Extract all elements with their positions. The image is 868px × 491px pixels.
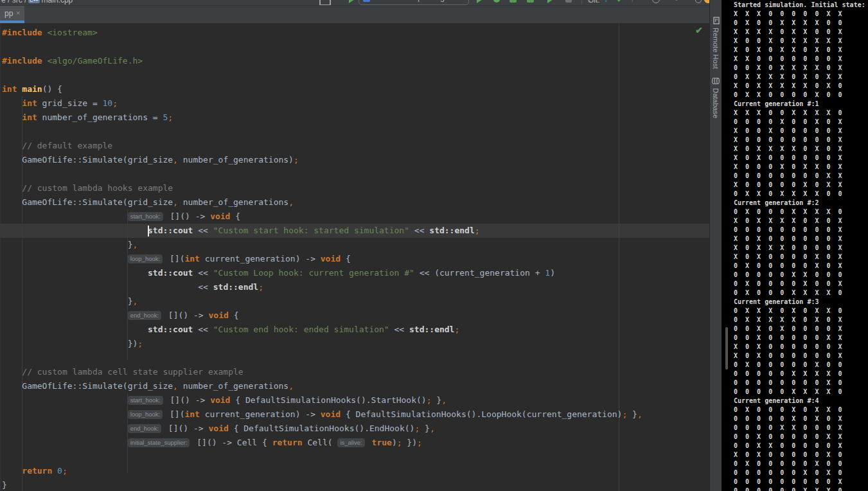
code-token <box>2 424 128 433</box>
code-token <box>2 466 22 476</box>
code-token: grid_size = <box>37 98 103 108</box>
code-token: int <box>2 84 17 94</box>
code-line[interactable] <box>0 167 2 181</box>
history-icon[interactable] <box>652 0 660 3</box>
code-line[interactable]: // custom lambda hooks example <box>0 181 173 195</box>
code-line[interactable]: }, <box>0 294 137 308</box>
code-token <box>2 211 128 221</box>
code-token: main <box>22 84 42 94</box>
code-line[interactable]: // default example <box>0 139 112 153</box>
git-push-icon[interactable]: ↑ <box>630 0 634 4</box>
code-token: std::endl <box>213 282 258 292</box>
code-token: current_generation) -> <box>200 254 321 263</box>
code-line[interactable]: initial_state_supplier: []() -> Cell { r… <box>0 436 422 450</box>
code-token: { DefaultSimulationHooks().StartHook() <box>230 395 426 405</box>
run-with-options-icon[interactable] <box>547 0 553 3</box>
code-line[interactable]: start_hook: []() -> void { DefaultSimula… <box>0 393 447 407</box>
ide-window: e / src /C++main.cpp GameOfLife | Debug … <box>0 0 868 491</box>
debug-button[interactable] <box>493 0 500 3</box>
code-token: number_of_generations) <box>178 155 294 165</box>
cpp-file-icon: C++ <box>28 0 39 3</box>
code-line[interactable]: // custom lambda cell state supplier exa… <box>0 365 244 379</box>
code-line[interactable] <box>0 125 2 139</box>
breadcrumb-file[interactable]: main.cpp <box>42 0 73 4</box>
code-token: ; <box>137 339 143 348</box>
console-panel[interactable]: Started simulation. Initial state: X X X… <box>721 0 868 491</box>
run-button[interactable] <box>477 0 483 3</box>
code-line[interactable]: }, <box>0 238 137 252</box>
run-arrow-icon[interactable] <box>349 0 355 3</box>
code-line[interactable]: int main() { <box>0 82 62 96</box>
code-line[interactable]: }); <box>0 337 143 351</box>
code-token: } <box>627 409 637 419</box>
code-line[interactable]: GameOfLife::Simulate(grid_size, number_o… <box>0 379 294 393</box>
code-line[interactable] <box>0 450 2 464</box>
tab-main-cpp[interactable]: pp × <box>0 6 24 23</box>
profiler-icon[interactable] <box>527 0 534 3</box>
code-token <box>2 226 148 235</box>
code-token: } <box>2 480 7 490</box>
search-everywhere-icon[interactable] <box>695 0 702 3</box>
build-hammer-icon[interactable] <box>319 0 331 6</box>
run-configuration-combo[interactable]: GameOfLife | Debug <box>359 0 469 5</box>
database-icon <box>712 77 720 85</box>
tab-close-icon[interactable]: × <box>16 9 20 17</box>
code-line[interactable]: std::cout << "Custom start hook: started… <box>0 224 480 238</box>
code-token: , <box>637 409 642 419</box>
console-output: Started simulation. Initial state: X X X… <box>734 1 865 491</box>
tool-button-label: Remote Host <box>712 28 720 69</box>
code-token: ; <box>294 155 299 165</box>
code-line[interactable]: end_hook: []() -> void { <box>0 308 238 323</box>
run-config-label: GameOfLife | Debug <box>374 0 445 2</box>
code-token <box>2 268 148 278</box>
code-line[interactable]: std::cout << "Custom Loop hook: current … <box>0 266 555 280</box>
code-token: ; <box>112 98 118 108</box>
console-scrollbar[interactable] <box>725 327 728 370</box>
code-token: << <box>193 325 213 334</box>
code-token <box>2 395 128 405</box>
breadcrumb-path[interactable]: e / src / <box>1 0 26 4</box>
code-line[interactable]: return 0; <box>0 464 67 478</box>
code-line[interactable]: loop_hook: [](int current_generation) ->… <box>0 252 351 266</box>
tool-button-remote-host[interactable]: Remote Host <box>710 17 722 69</box>
code-token <box>2 438 128 447</box>
code-token: GameOfLife::Simulate(grid_size <box>2 197 173 207</box>
code-line[interactable] <box>0 351 2 365</box>
inspection-ok-icon[interactable]: ✔ <box>695 25 703 35</box>
git-update-icon[interactable]: ↓ <box>604 0 608 4</box>
code-token: void <box>209 424 229 433</box>
tool-button-database[interactable]: Database <box>710 77 722 118</box>
code-token: , <box>173 381 178 391</box>
code-line[interactable]: GameOfLife::Simulate(grid_size, number_o… <box>0 195 294 210</box>
code-token: number_of_generations = <box>37 112 163 122</box>
code-token: std::endl <box>429 226 474 235</box>
notification-badge[interactable] <box>704 0 709 3</box>
code-line[interactable]: start_hook: []() -> void { <box>0 210 240 224</box>
code-line[interactable]: #include <algo/GameOfLife.h> <box>0 54 143 68</box>
code-token: , <box>288 381 294 391</box>
code-line[interactable]: loop_hook: [](int current_generation) ->… <box>0 407 642 422</box>
code-line[interactable]: << std::endl; <box>0 280 263 294</box>
undo-icon[interactable]: ↶ <box>675 0 681 4</box>
code-token: ; <box>168 112 173 122</box>
code-line[interactable]: GameOfLife::Simulate(grid_size, number_o… <box>0 153 299 167</box>
code-token: ) <box>392 438 397 447</box>
code-line[interactable] <box>0 40 2 54</box>
tool-button-label: Database <box>712 88 720 118</box>
code-line[interactable]: } <box>0 478 7 491</box>
coverage-icon[interactable] <box>509 0 517 3</box>
code-line[interactable]: end_hook: []() -> void { DefaultSimulati… <box>0 422 435 436</box>
code-line[interactable]: std::cout << "Custom end hook: ended sim… <box>0 323 459 337</box>
code-line[interactable]: int number_of_generations = 5; <box>0 111 173 125</box>
code-token: 10 <box>103 98 113 108</box>
code-line[interactable]: int grid_size = 10; <box>0 96 118 111</box>
git-commit-icon[interactable]: ✔ <box>617 0 623 4</box>
code-token: ; <box>62 466 67 476</box>
code-line[interactable]: #include <iostream> <box>0 26 98 40</box>
code-token: << <box>409 226 429 235</box>
code-editor[interactable]: #include <iostream>#include <algo/GameOf… <box>0 23 709 491</box>
code-token: << <box>389 325 409 334</box>
breadcrumb[interactable]: e / src /C++main.cpp <box>1 0 73 4</box>
code-token: , <box>441 395 447 405</box>
code-line[interactable] <box>0 68 2 82</box>
